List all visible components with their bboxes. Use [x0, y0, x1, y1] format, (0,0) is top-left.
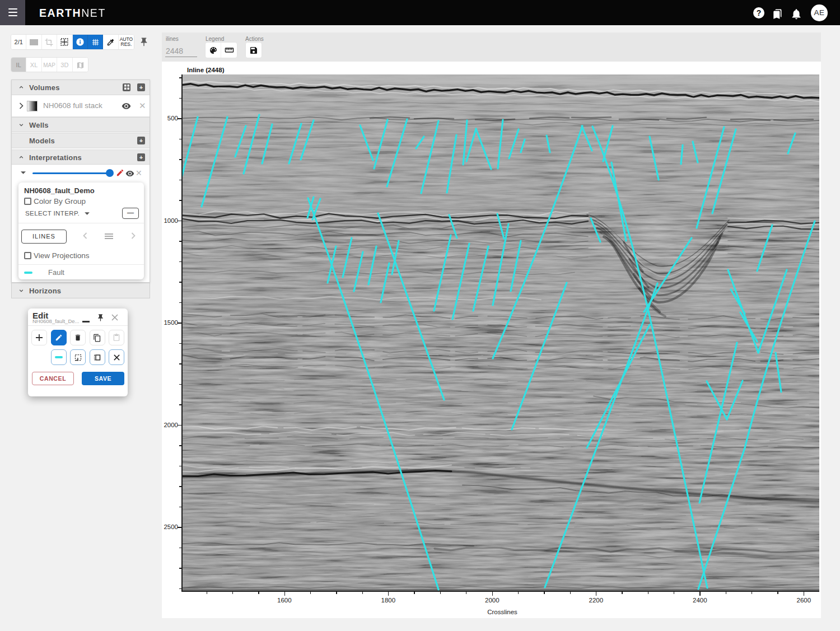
svg-text:?: ?: [757, 8, 762, 17]
